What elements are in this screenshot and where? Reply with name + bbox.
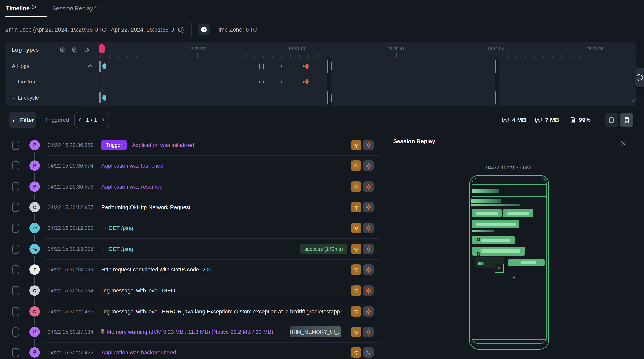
collapse-chevron-icon[interactable] xyxy=(88,64,93,68)
wifi-state-badge[interactable] xyxy=(351,181,362,192)
log-timestamp: 04/22 15:30:27.134 xyxy=(48,329,93,335)
log-density-bar xyxy=(100,92,101,103)
log-row[interactable]: 04/22 15:29:36.559TriggerApplication was… xyxy=(0,135,384,156)
replay-skeleton-block xyxy=(472,230,494,232)
zoom-out-icon[interactable] xyxy=(70,46,79,54)
log-row[interactable]: 04/22 15:30:13.098← GET /pingsuccess (14… xyxy=(0,239,384,260)
toggle-phone-button[interactable] xyxy=(620,113,634,127)
http-result-badge: success (140ms) xyxy=(300,244,348,254)
stat-value: 99% xyxy=(579,117,591,123)
log-row[interactable]: 04/22 15:30:12.957Performing OkHttp Netw… xyxy=(0,197,384,218)
sun-state-badge[interactable] xyxy=(363,140,374,150)
wifi-state-badge[interactable] xyxy=(351,202,362,212)
axis-minor-tick xyxy=(263,55,264,58)
chart-row-label-custom[interactable]: Custom xyxy=(12,78,37,86)
skeleton-image-icon xyxy=(476,238,480,241)
sun-state-badge[interactable] xyxy=(363,306,374,317)
log-row[interactable]: 04/22 15:30:22.435'log message' with lev… xyxy=(0,301,384,322)
flag-icon xyxy=(32,350,38,356)
tabbar-divider xyxy=(0,17,644,17)
wifi-state-badge[interactable] xyxy=(351,223,362,233)
log-row[interactable]: 04/22 15:30:27.134Memory warning (JVM 9.… xyxy=(0,322,384,342)
log-row[interactable]: 04/22 15:30:27.422Application was backgr… xyxy=(0,342,384,359)
log-message-group: Application was launched xyxy=(102,160,163,171)
playhead-handle[interactable] xyxy=(99,44,105,53)
row-label-text: Custom xyxy=(18,79,37,85)
wifi-state-badge[interactable] xyxy=(351,327,362,337)
log-mark-dot xyxy=(263,80,264,83)
axis-minor-tick xyxy=(525,55,526,58)
prev-page-button[interactable]: ‹ xyxy=(78,115,81,123)
moon-state-badge[interactable] xyxy=(363,347,374,358)
close-session-replay-button[interactable] xyxy=(619,139,627,147)
sun-state-badge[interactable] xyxy=(363,223,374,233)
axis-minor-tick xyxy=(317,55,318,58)
log-row[interactable]: 04/22 15:30:12.959→ GET /ping xyxy=(0,218,384,239)
log-row[interactable]: T04/22 15:30:13.099Http request complete… xyxy=(0,259,384,280)
resize-handle[interactable] xyxy=(632,99,636,103)
log-message: Application was launched xyxy=(102,163,163,169)
axis-minor-tick xyxy=(616,55,616,58)
log-message-group: 'log message' with level=INFO xyxy=(102,285,175,296)
log-row[interactable]: 04/22 15:30:17.034'log message' with lev… xyxy=(0,280,384,301)
log-timestamp: 04/22 15:30:27.422 xyxy=(48,350,93,356)
log-row-checkbox[interactable] xyxy=(12,182,19,191)
next-page-button[interactable]: › xyxy=(102,115,105,123)
axis-minor-tick xyxy=(308,55,309,58)
wifi-state-badge[interactable] xyxy=(351,285,362,296)
wifi-state-badge[interactable] xyxy=(351,306,362,317)
playhead-line[interactable] xyxy=(102,49,102,106)
log-row-checkbox[interactable] xyxy=(12,265,19,274)
wifi-state-badge[interactable] xyxy=(351,244,362,254)
divider xyxy=(6,74,636,74)
selected-log-dot xyxy=(102,95,106,100)
wifi-state-badge[interactable] xyxy=(351,160,362,171)
sun-icon xyxy=(365,246,372,253)
log-row[interactable]: 04/22 15:29:36.574Application was launch… xyxy=(0,155,384,176)
chart-row-label-all_logs[interactable]: All logs xyxy=(12,62,30,70)
info-icon[interactable]: ⓘ xyxy=(32,4,36,10)
log-message-group: Application was resumed xyxy=(102,181,162,192)
wifi-state-badge[interactable] xyxy=(351,140,362,150)
sun-state-badge[interactable] xyxy=(363,160,374,171)
axis-minor-tick xyxy=(209,55,209,58)
log-density-bar xyxy=(327,60,328,73)
sun-state-badge[interactable] xyxy=(363,264,374,275)
info-icon[interactable]: ⓘ xyxy=(95,4,99,10)
ring-icon xyxy=(32,204,38,210)
wifi-state-badge[interactable] xyxy=(351,347,362,358)
sun-state-badge[interactable] xyxy=(363,181,374,192)
feedback-tab-button[interactable] xyxy=(635,68,644,87)
log-timestamp: 04/22 15:29:36.574 xyxy=(48,163,93,169)
log-row[interactable]: 04/22 15:29:36.576Application was resume… xyxy=(0,176,384,197)
sun-icon xyxy=(365,183,372,190)
axis-minor-tick xyxy=(191,55,191,58)
sun-state-badge[interactable] xyxy=(363,327,374,337)
wifi-icon xyxy=(353,329,360,336)
log-row-checkbox[interactable] xyxy=(12,141,19,150)
log-message-group: Performing OkHttp Network Request xyxy=(102,202,190,212)
log-row-checkbox[interactable] xyxy=(12,203,19,212)
reset-zoom-icon[interactable]: ↺ xyxy=(82,46,91,54)
wifi-state-badge[interactable] xyxy=(351,264,362,275)
tab-timeline[interactable]: Timeline ⓘ xyxy=(6,0,36,17)
timezone-clock-button[interactable] xyxy=(198,24,210,35)
axis-minor-tick xyxy=(336,55,336,58)
toggle-database-button[interactable] xyxy=(605,113,618,127)
axis-minor-tick xyxy=(570,55,571,58)
sun-state-badge[interactable] xyxy=(363,244,374,254)
sun-state-badge[interactable] xyxy=(363,202,374,212)
filter-button[interactable]: Filter xyxy=(9,112,36,128)
log-row-checkbox[interactable] xyxy=(12,224,19,233)
chart-row-label-lifecycle[interactable]: Lifecycle xyxy=(12,94,39,102)
tab-session-replay[interactable]: Session Replay ⓘ xyxy=(52,0,99,17)
log-row-checkbox[interactable] xyxy=(12,348,19,357)
tree-branch-icon xyxy=(12,95,15,99)
log-row-checkbox[interactable] xyxy=(12,307,19,316)
log-row-checkbox[interactable] xyxy=(12,161,19,170)
log-row-checkbox[interactable] xyxy=(12,328,19,337)
zoom-in-icon[interactable] xyxy=(58,46,67,54)
log-row-checkbox[interactable] xyxy=(12,286,19,295)
log-row-checkbox[interactable] xyxy=(12,245,19,254)
sun-state-badge[interactable] xyxy=(363,285,374,296)
